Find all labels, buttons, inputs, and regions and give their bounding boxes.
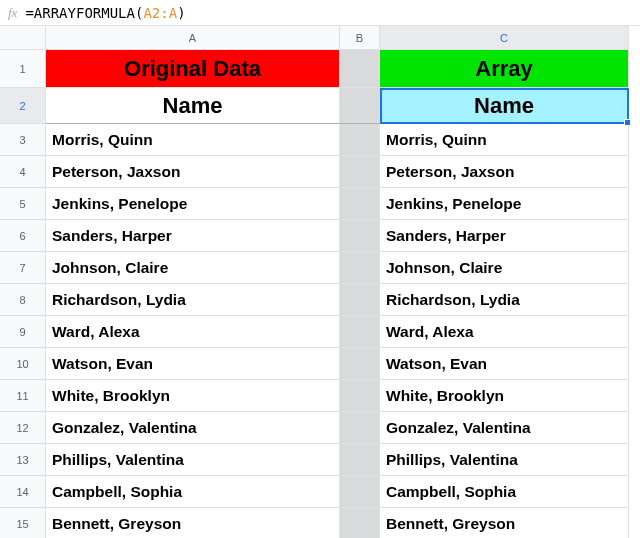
cell-c[interactable]: White, Brooklyn: [380, 380, 629, 412]
row-header-2[interactable]: 2: [0, 88, 46, 124]
row-header[interactable]: 15: [0, 508, 46, 538]
row-header[interactable]: 4: [0, 156, 46, 188]
rows-container: 1 Original Data Array 2 Name Name 3Morri…: [0, 50, 640, 538]
table-row: 2 Name Name: [0, 88, 640, 124]
cell-b[interactable]: [340, 220, 380, 252]
cell-c[interactable]: Phillips, Valentina: [380, 444, 629, 476]
formula-ref: A2:A: [143, 5, 177, 21]
cell-a[interactable]: Richardson, Lydia: [46, 284, 340, 316]
cell-b[interactable]: [340, 188, 380, 220]
cell-c[interactable]: Jenkins, Penelope: [380, 188, 629, 220]
fx-icon: fx: [8, 5, 17, 21]
cell-b[interactable]: [340, 444, 380, 476]
table-row: 3Morris, QuinnMorris, Quinn: [0, 124, 640, 156]
table-row: 9Ward, AlexaWard, Alexa: [0, 316, 640, 348]
formula-close: ): [177, 5, 185, 21]
cell-c[interactable]: Bennett, Greyson: [380, 508, 629, 538]
table-row: 1 Original Data Array: [0, 50, 640, 88]
table-row: 12Gonzalez, ValentinaGonzalez, Valentina: [0, 412, 640, 444]
cell-b[interactable]: [340, 316, 380, 348]
cell-b1[interactable]: [340, 50, 380, 88]
table-row: 6Sanders, HarperSanders, Harper: [0, 220, 640, 252]
cell-a[interactable]: Peterson, Jaxson: [46, 156, 340, 188]
spreadsheet-grid: A B C 1 Original Data Array 2 Name Name …: [0, 26, 640, 538]
row-header[interactable]: 3: [0, 124, 46, 156]
table-row: 7Johnson, ClaireJohnson, Claire: [0, 252, 640, 284]
cell-c[interactable]: Sanders, Harper: [380, 220, 629, 252]
select-all-corner[interactable]: [0, 26, 46, 50]
cell-a[interactable]: Bennett, Greyson: [46, 508, 340, 538]
table-row: 4Peterson, JaxsonPeterson, Jaxson: [0, 156, 640, 188]
cell-b[interactable]: [340, 476, 380, 508]
formula-fn: ARRAYFORMULA: [34, 5, 135, 21]
cell-a1[interactable]: Original Data: [46, 50, 340, 88]
cell-a[interactable]: Sanders, Harper: [46, 220, 340, 252]
cell-c[interactable]: Johnson, Claire: [380, 252, 629, 284]
cell-b2[interactable]: [340, 88, 380, 124]
row-header-1[interactable]: 1: [0, 50, 46, 88]
cell-b[interactable]: [340, 156, 380, 188]
cell-a[interactable]: Campbell, Sophia: [46, 476, 340, 508]
cell-a[interactable]: White, Brooklyn: [46, 380, 340, 412]
cell-c[interactable]: Gonzalez, Valentina: [380, 412, 629, 444]
row-header[interactable]: 8: [0, 284, 46, 316]
formula-eq: =: [25, 5, 33, 21]
cell-b[interactable]: [340, 348, 380, 380]
cell-b[interactable]: [340, 508, 380, 538]
row-header[interactable]: 10: [0, 348, 46, 380]
formula-input[interactable]: =ARRAYFORMULA(A2:A): [25, 5, 640, 21]
cell-a[interactable]: Jenkins, Penelope: [46, 188, 340, 220]
table-row: 11White, BrooklynWhite, Brooklyn: [0, 380, 640, 412]
cell-c[interactable]: Peterson, Jaxson: [380, 156, 629, 188]
cell-c2-selected[interactable]: Name: [380, 88, 629, 124]
table-row: 5Jenkins, PenelopeJenkins, Penelope: [0, 188, 640, 220]
row-header[interactable]: 12: [0, 412, 46, 444]
cell-c[interactable]: Richardson, Lydia: [380, 284, 629, 316]
cell-a[interactable]: Morris, Quinn: [46, 124, 340, 156]
row-header[interactable]: 7: [0, 252, 46, 284]
cell-c[interactable]: Ward, Alexa: [380, 316, 629, 348]
column-headers: A B C: [46, 26, 640, 50]
cell-a[interactable]: Gonzalez, Valentina: [46, 412, 340, 444]
table-row: 8Richardson, LydiaRichardson, Lydia: [0, 284, 640, 316]
cell-b[interactable]: [340, 284, 380, 316]
formula-bar: fx =ARRAYFORMULA(A2:A): [0, 0, 640, 26]
cell-c[interactable]: Campbell, Sophia: [380, 476, 629, 508]
cell-c[interactable]: Watson, Evan: [380, 348, 629, 380]
cell-a[interactable]: Watson, Evan: [46, 348, 340, 380]
col-header-b[interactable]: B: [340, 26, 380, 50]
cell-b[interactable]: [340, 412, 380, 444]
cell-b[interactable]: [340, 124, 380, 156]
table-row: 14Campbell, SophiaCampbell, Sophia: [0, 476, 640, 508]
table-row: 13Phillips, ValentinaPhillips, Valentina: [0, 444, 640, 476]
cell-b[interactable]: [340, 380, 380, 412]
row-header[interactable]: 6: [0, 220, 46, 252]
cell-a[interactable]: Johnson, Claire: [46, 252, 340, 284]
row-header[interactable]: 13: [0, 444, 46, 476]
row-header[interactable]: 9: [0, 316, 46, 348]
col-header-a[interactable]: A: [46, 26, 340, 50]
cell-a2[interactable]: Name: [46, 88, 340, 124]
cell-c[interactable]: Morris, Quinn: [380, 124, 629, 156]
row-header[interactable]: 14: [0, 476, 46, 508]
cell-b[interactable]: [340, 252, 380, 284]
cell-c1[interactable]: Array: [380, 50, 629, 88]
row-header[interactable]: 11: [0, 380, 46, 412]
col-header-c[interactable]: C: [380, 26, 629, 50]
table-row: 15Bennett, GreysonBennett, Greyson: [0, 508, 640, 538]
table-row: 10Watson, EvanWatson, Evan: [0, 348, 640, 380]
cell-a[interactable]: Ward, Alexa: [46, 316, 340, 348]
row-header[interactable]: 5: [0, 188, 46, 220]
cell-a[interactable]: Phillips, Valentina: [46, 444, 340, 476]
